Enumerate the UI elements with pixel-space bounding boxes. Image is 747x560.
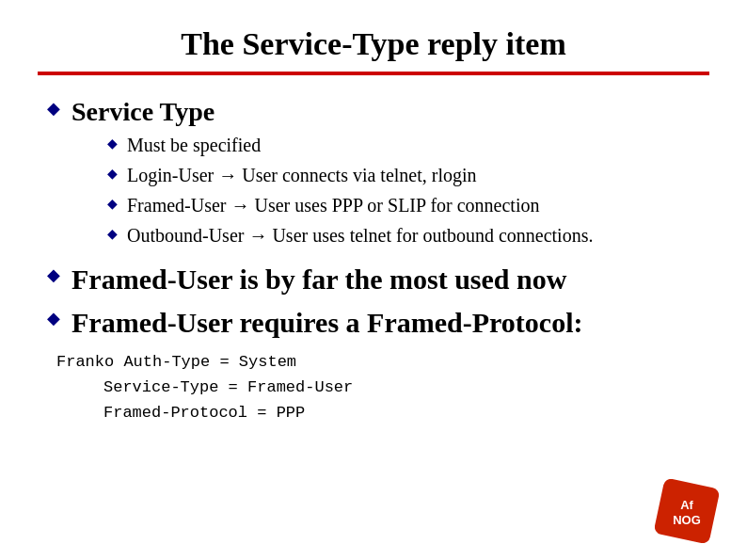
- sub-item-framed: ◆ Framed-User → User uses PPP or SLIP fo…: [107, 193, 593, 217]
- bullet-small-4: ◆: [107, 226, 118, 242]
- framed-user-most-item: ◆ Framed-User is by far the most used no…: [47, 263, 709, 296]
- sub-item-outbound-text: Outbound-User → User uses telnet for out…: [127, 223, 593, 248]
- bullet-small-3: ◆: [107, 196, 118, 212]
- service-type-item: ◆ Service Type ◆ Must be specified ◆ Log…: [47, 96, 709, 253]
- code-block: Franko Auth-Type = System Service-Type =…: [56, 349, 709, 426]
- code-line-1: Franko Auth-Type = System: [56, 349, 709, 375]
- framed-user-most-text: Framed-User is by far the most used now: [72, 263, 566, 296]
- svg-text:NOG: NOG: [673, 513, 701, 527]
- framed-user-requires-item: ◆ Framed-User requires a Framed-Protocol…: [47, 306, 709, 340]
- sub-item-outbound: ◆ Outbound-User → User uses telnet for o…: [107, 223, 593, 248]
- bullet-small-1: ◆: [107, 136, 118, 152]
- service-type-label: Service Type: [72, 97, 215, 126]
- sub-item-must-text: Must be specified: [127, 133, 261, 157]
- code-line-3: Framed-Protocol = PPP: [56, 400, 709, 425]
- bullet-small-2: ◆: [107, 166, 118, 182]
- slide-title: The Service-Type reply item: [38, 26, 709, 62]
- code-line-2: Service-Type = Framed-User: [56, 375, 709, 400]
- service-type-section: Service Type ◆ Must be specified ◆ Login…: [72, 96, 593, 253]
- bullet-diamond-2: ◆: [47, 264, 60, 285]
- framed-user-requires-text: Framed-User requires a Framed-Protocol:: [72, 306, 582, 340]
- afnog-badge: Af NOG: [655, 479, 719, 543]
- slide: The Service-Type reply item ◆ Service Ty…: [0, 0, 747, 560]
- sub-item-must: ◆ Must be specified: [107, 133, 593, 157]
- slide-content: ◆ Service Type ◆ Must be specified ◆ Log…: [38, 96, 709, 425]
- bullet-diamond-1: ◆: [47, 98, 60, 119]
- title-area: The Service-Type reply item: [38, 0, 709, 75]
- sub-item-framed-text: Framed-User → User uses PPP or SLIP for …: [127, 193, 539, 217]
- service-type-subitems: ◆ Must be specified ◆ Login-User → User …: [107, 133, 593, 248]
- svg-text:Af: Af: [680, 498, 693, 512]
- sub-item-login-text: Login-User → User connects via telnet, r…: [127, 163, 477, 187]
- bullet-diamond-3: ◆: [47, 308, 60, 328]
- sub-item-login: ◆ Login-User → User connects via telnet,…: [107, 163, 593, 187]
